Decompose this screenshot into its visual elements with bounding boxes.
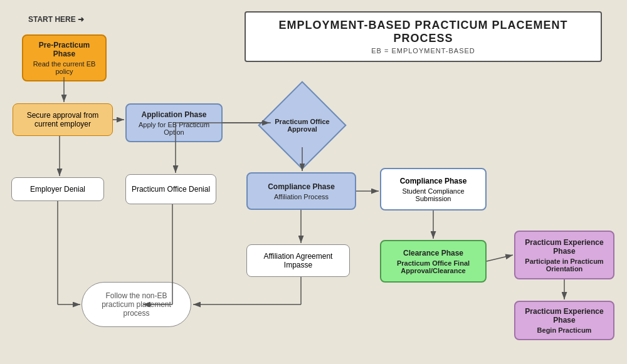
practicum-exp-2-label: Practicum Experience Phase (520, 307, 608, 325)
pre-practicum-sub: Read the current EB policy (28, 60, 100, 75)
practicum-office-approval-label: Practicum Office Approval (262, 99, 342, 152)
compliance-affiliation-sub: Affiliation Process (274, 193, 329, 200)
clearance-phase-sub: Practicum Office Final Approval/Clearanc… (386, 259, 480, 274)
clearance-phase-node: Clearance Phase Practicum Office Final A… (380, 240, 487, 283)
affiliation-agreement-node: Affiliation Agreement Impasse (246, 244, 350, 277)
follow-non-eb-node: Follow the non-EB practicum placement pr… (82, 282, 191, 327)
compliance-student-label: Compliance Phase (400, 177, 467, 185)
compliance-student-node: Compliance Phase Student Compliance Subm… (380, 168, 487, 211)
practicum-exp-1-sub: Participate in Practicum Orientation (520, 257, 608, 273)
application-phase-sub: Apply for EB Practicum Option (132, 121, 216, 136)
secure-approval-node: Secure approval from current employer (13, 103, 113, 136)
pre-practicum-node: Pre-Practicum Phase Read the current EB … (22, 34, 107, 81)
practicum-exp-1-label: Practicum Experience Phase (520, 238, 608, 256)
clearance-phase-label: Clearance Phase (403, 249, 463, 257)
compliance-affiliation-node: Compliance Phase Affiliation Process (246, 172, 356, 210)
pre-practicum-label: Pre-Practicum Phase (28, 41, 100, 58)
secure-approval-label: Secure approval from current employer (18, 111, 107, 128)
employer-denial-node: Employer Denial (11, 177, 104, 201)
sub-title: EB = EMPLOYMENT-BASED (255, 47, 591, 55)
employer-denial-label: Employer Denial (30, 185, 85, 194)
svg-line-11 (487, 255, 513, 261)
compliance-student-sub: Student Compliance Submission (386, 187, 480, 202)
application-phase-label: Application Phase (141, 110, 206, 119)
title-box: EMPLOYMENT-BASED PRACTICUM PLACEMENT PRO… (245, 11, 602, 62)
practicum-office-denial-node: Practicum Office Denial (125, 174, 216, 204)
practicum-exp-2-node: Practicum Experience Phase Begin Practic… (514, 301, 614, 340)
practicum-exp-2-sub: Begin Practicum (537, 326, 592, 334)
start-here-label: START HERE ➜ (28, 15, 84, 24)
follow-non-eb-label: Follow the non-EB practicum placement pr… (88, 291, 184, 318)
main-title: EMPLOYMENT-BASED PRACTICUM PLACEMENT PRO… (255, 19, 591, 45)
compliance-affiliation-label: Compliance Phase (268, 182, 335, 191)
diagram: EMPLOYMENT-BASED PRACTICUM PLACEMENT PRO… (0, 0, 627, 364)
practicum-office-denial-label: Practicum Office Denial (132, 185, 210, 194)
application-phase-node: Application Phase Apply for EB Practicum… (125, 103, 223, 142)
practicum-exp-1-node: Practicum Experience Phase Participate i… (514, 231, 614, 279)
affiliation-agreement-label: Affiliation Agreement Impasse (252, 252, 344, 269)
